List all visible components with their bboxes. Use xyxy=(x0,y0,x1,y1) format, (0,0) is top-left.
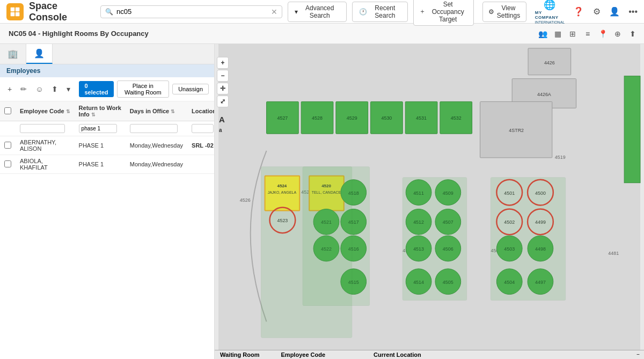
svg-text:4528: 4528 xyxy=(312,115,323,121)
company-area: 🌐 MY COMPANY INTERNATIONAL xyxy=(535,0,565,24)
advanced-search-button[interactable]: ▾ Advanced Search xyxy=(288,2,347,22)
svg-rect-2 xyxy=(11,12,15,16)
table-header-row: Employee Code ⇅ Return to WorkInfo ⇅ Day… xyxy=(0,101,214,121)
app-icon xyxy=(6,3,24,20)
svg-text:4STR2: 4STR2 xyxy=(509,128,524,133)
grid-icon[interactable]: ▦ xyxy=(551,27,565,41)
layers-icon[interactable]: ⊕ xyxy=(611,27,625,41)
user-icon[interactable]: 👤 xyxy=(609,6,620,18)
filter-icon: ▾ xyxy=(295,8,298,16)
panel-actions: + ✏ ☺ ⬆ ▾ 0 selected Place in Waiting Ro… xyxy=(0,77,214,101)
header-employee-code[interactable]: Employee Code ⇅ xyxy=(16,101,75,121)
row-employee-code: ABIOLA, KHAFILAT xyxy=(16,155,75,174)
search-clear-icon[interactable]: ✕ xyxy=(271,8,277,16)
tab-employees[interactable]: 👤 xyxy=(26,44,53,64)
header-checkbox[interactable] xyxy=(0,101,16,121)
company-sub: INTERNATIONAL xyxy=(535,20,565,24)
waiting-room-location-col: Current Location xyxy=(374,351,421,358)
waiting-room-employee-col: Employee Code xyxy=(281,351,326,358)
font-size-large[interactable]: A xyxy=(217,114,229,125)
filter-return-info-cell xyxy=(75,121,126,136)
filter-employee-code-cell xyxy=(16,121,75,136)
recent-search-button[interactable]: 🕐 Recent Search xyxy=(352,2,408,22)
tab-rooms[interactable]: 🏢 xyxy=(0,44,26,64)
filter-row xyxy=(0,121,214,136)
svg-rect-84 xyxy=(402,178,466,301)
list-icon[interactable]: ≡ xyxy=(581,27,595,41)
table-container: Employee Code ⇅ Return to WorkInfo ⇅ Day… xyxy=(0,101,214,359)
filter-return-info[interactable] xyxy=(79,124,117,133)
settings-icon: ⚙ xyxy=(488,8,494,16)
globe-icon: 🌐 xyxy=(544,0,555,11)
export-icon[interactable]: ⬆ xyxy=(626,27,640,41)
map-area: + − ✛ ⤢ A a 4426 4426A 4527 4528 4 xyxy=(215,44,644,359)
table-row[interactable]: ABIOLA, KHAFILAT PHASE 1 Monday,Wednesda… xyxy=(0,155,214,174)
waiting-room-minimize-icon[interactable]: − xyxy=(636,351,640,357)
svg-text:4527: 4527 xyxy=(277,115,288,121)
toolbar-icons: 👥 ▦ ⊞ ≡ 📍 ⊕ ⬆ xyxy=(536,27,640,41)
edit-button[interactable]: ✏ xyxy=(18,84,29,94)
header: Space Console 🔍 ✕ ▾ Advanced Search 🕐 Re… xyxy=(0,0,644,24)
plus-icon: ＋ xyxy=(419,7,426,16)
svg-text:4526: 4526 xyxy=(240,197,251,203)
filter-location[interactable] xyxy=(192,124,214,133)
svg-rect-3 xyxy=(16,12,20,16)
svg-rect-1 xyxy=(16,7,20,11)
zoom-out-button[interactable]: − xyxy=(217,70,229,82)
view-settings-button[interactable]: ⚙ View Settings xyxy=(482,2,526,22)
filter-employee-code[interactable] xyxy=(20,124,65,133)
row-return-info: PHASE 1 xyxy=(75,136,126,155)
svg-rect-9 xyxy=(624,76,640,183)
search-input[interactable] xyxy=(116,8,268,16)
people-icon[interactable]: 👥 xyxy=(536,27,550,41)
select-all-checkbox[interactable] xyxy=(4,107,11,114)
svg-rect-85 xyxy=(491,178,565,301)
more-icon[interactable]: ••• xyxy=(628,6,638,18)
waiting-room-label: Waiting Room xyxy=(220,351,260,358)
filter-checkbox-cell xyxy=(0,121,16,136)
selected-badge: 0 selected xyxy=(79,81,113,97)
row-checkbox-cell[interactable] xyxy=(0,155,16,174)
main: 🏢 👤 Employees + ✏ ☺ ⬆ ▾ 0 selected Place… xyxy=(0,44,644,359)
filter-location-cell xyxy=(187,121,214,136)
filter-days-office[interactable] xyxy=(130,124,178,133)
row-checkbox[interactable] xyxy=(4,160,11,167)
employee-table: Employee Code ⇅ Return to WorkInfo ⇅ Day… xyxy=(0,101,214,174)
waiting-room-button[interactable]: Place in Waiting Room xyxy=(117,80,170,98)
svg-text:4531: 4531 xyxy=(416,115,427,121)
help-icon[interactable]: ❓ xyxy=(573,6,584,18)
table-row[interactable]: ABERNATHY, ALISON PHASE 1 Monday,Wednesd… xyxy=(0,136,214,155)
app-title: Space Console xyxy=(29,1,84,23)
panel-label: Employees xyxy=(0,64,214,77)
upload-button[interactable]: ⬆ xyxy=(49,84,60,94)
font-size-small[interactable]: a xyxy=(217,126,229,134)
unassign-button[interactable]: Unassign xyxy=(172,84,209,94)
pin-icon[interactable]: 📍 xyxy=(596,27,610,41)
svg-text:4426A: 4426A xyxy=(537,92,551,97)
filter-button[interactable]: ▾ xyxy=(64,84,72,94)
svg-text:4532: 4532 xyxy=(451,115,462,121)
person-button[interactable]: ☺ xyxy=(33,84,45,94)
grid2-icon[interactable]: ⊞ xyxy=(566,27,580,41)
header-days-office[interactable]: Days in Office ⇅ xyxy=(126,101,187,121)
reset-view-button[interactable]: ⤢ xyxy=(217,96,229,107)
set-occupancy-button[interactable]: ＋ Set Occupancy Target xyxy=(413,0,474,26)
pan-icon[interactable]: ✛ xyxy=(217,83,229,94)
row-days-office: Monday,Wednesday xyxy=(126,136,187,155)
search-icon: 🔍 xyxy=(105,8,113,16)
row-checkbox-cell[interactable] xyxy=(0,136,16,155)
waiting-room-bar: Waiting Room − Employee Code Current Loc… xyxy=(215,350,644,359)
zoom-in-button[interactable]: + xyxy=(217,57,229,69)
left-panel: 🏢 👤 Employees + ✏ ☺ ⬆ ▾ 0 selected Place… xyxy=(0,44,215,359)
search-bar: 🔍 ✕ xyxy=(100,5,282,18)
svg-text:4530: 4530 xyxy=(381,115,392,121)
add-button[interactable]: + xyxy=(5,84,14,94)
header-return-info[interactable]: Return to WorkInfo ⇅ xyxy=(75,101,126,121)
panel-tabs: 🏢 👤 xyxy=(0,44,214,64)
header-location: Location xyxy=(187,101,214,121)
row-location: SRL -02 xyxy=(187,136,214,155)
settings2-icon[interactable]: ⚙ xyxy=(592,6,601,18)
map-navigation: + − ✛ ⤢ A a xyxy=(215,55,231,136)
employee-table-body: ABERNATHY, ALISON PHASE 1 Monday,Wednesd… xyxy=(0,136,214,174)
row-checkbox[interactable] xyxy=(4,142,11,149)
